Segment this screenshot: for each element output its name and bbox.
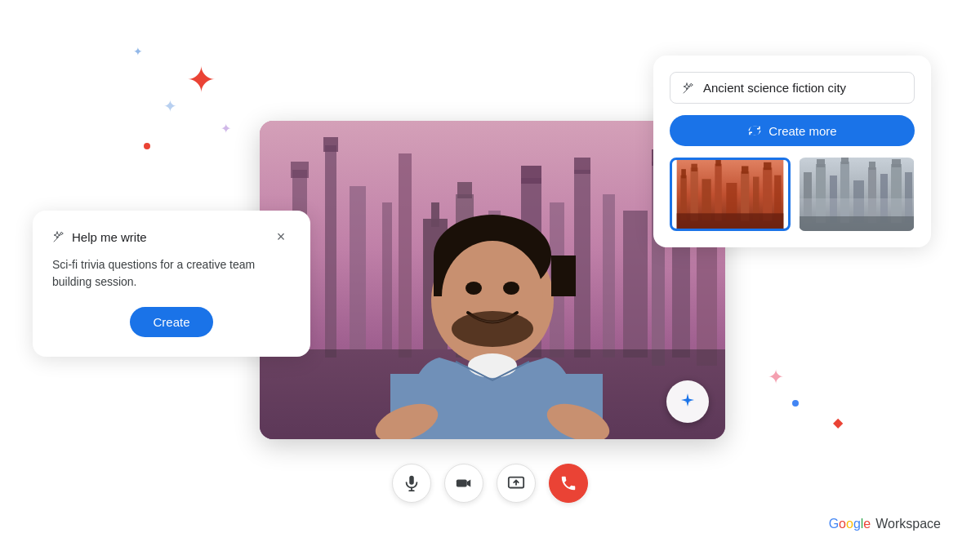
create-more-button[interactable]: Create more <box>670 115 915 146</box>
svg-rect-16 <box>574 170 590 358</box>
svg-rect-18 <box>603 194 615 358</box>
svg-rect-28 <box>551 256 576 296</box>
image-prompt-input[interactable] <box>703 81 902 95</box>
svg-rect-44 <box>681 169 686 178</box>
dot-blue-1 <box>792 400 799 407</box>
thumbnail-1[interactable] <box>670 158 791 231</box>
thumbnail-1-image <box>672 160 788 229</box>
sparkle-icon-purple: ✦ <box>220 121 231 136</box>
thumbnail-2-image <box>799 158 915 231</box>
camera-icon <box>455 474 473 492</box>
svg-rect-11 <box>457 182 472 198</box>
help-write-card: Help me write × Sci-fi trivia questions … <box>33 211 310 357</box>
dot-red-1 <box>144 143 150 149</box>
svg-rect-52 <box>742 166 748 173</box>
svg-rect-55 <box>764 162 771 170</box>
svg-rect-57 <box>677 213 784 229</box>
svg-rect-40 <box>457 479 467 487</box>
svg-rect-2 <box>291 162 309 178</box>
sparkle-icon <box>678 392 697 411</box>
wand-icon <box>52 230 65 243</box>
svg-rect-49 <box>715 160 721 166</box>
svg-rect-67 <box>869 162 875 170</box>
close-button[interactable]: × <box>271 227 291 247</box>
sparkle-icon-red-large: ✦ <box>186 59 216 100</box>
svg-point-34 <box>468 353 517 378</box>
help-write-title: Help me write <box>72 230 147 244</box>
refresh-icon <box>747 123 762 138</box>
image-gen-card: Create more <box>653 56 931 247</box>
google-text: Google <box>829 517 871 531</box>
svg-rect-17 <box>574 158 590 174</box>
svg-rect-3 <box>325 145 336 358</box>
create-button[interactable]: Create <box>130 307 212 337</box>
svg-rect-54 <box>763 167 772 220</box>
svg-rect-14 <box>521 166 541 184</box>
help-write-body: Sci-fi trivia questions for a creative t… <box>52 256 291 291</box>
svg-rect-64 <box>841 158 849 164</box>
sparkle-icon-sm-blue: ✦ <box>133 45 143 58</box>
svg-rect-7 <box>399 153 412 358</box>
magic-wand-icon <box>682 82 695 95</box>
sparkle-icon-blue-med: ✦ <box>163 96 177 116</box>
ai-sparkle-button[interactable] <box>666 380 709 423</box>
create-more-label: Create more <box>768 124 836 138</box>
svg-rect-4 <box>323 137 338 152</box>
svg-rect-37 <box>409 476 414 485</box>
svg-rect-48 <box>715 164 721 221</box>
svg-rect-73 <box>800 216 914 231</box>
camera-button[interactable] <box>444 464 483 503</box>
sparkle-red-sm: ◆ <box>833 415 843 430</box>
card-header: Help me write × <box>52 227 291 247</box>
sparkle-pink: ✦ <box>768 366 784 389</box>
video-controls-bar <box>392 464 588 503</box>
share-screen-button[interactable] <box>497 464 536 503</box>
end-call-icon <box>559 474 577 492</box>
svg-point-30 <box>466 282 482 295</box>
svg-rect-70 <box>892 159 901 167</box>
workspace-text: Workspace <box>875 517 941 531</box>
svg-rect-45 <box>690 167 697 220</box>
thumbnail-2[interactable] <box>799 158 915 231</box>
svg-rect-9 <box>431 202 439 227</box>
mic-icon <box>403 474 421 492</box>
end-call-button[interactable] <box>549 464 588 503</box>
svg-point-31 <box>503 282 519 295</box>
image-thumbnails <box>670 158 915 231</box>
svg-rect-19 <box>623 211 648 358</box>
share-screen-icon <box>507 474 525 492</box>
svg-rect-6 <box>382 202 392 349</box>
card-header-left: Help me write <box>52 230 147 244</box>
image-prompt-row <box>670 72 915 104</box>
svg-rect-46 <box>691 164 697 171</box>
svg-point-32 <box>452 311 533 347</box>
google-workspace-logo: Google Workspace <box>829 517 941 531</box>
mic-button[interactable] <box>392 464 431 503</box>
svg-rect-5 <box>350 186 366 349</box>
svg-rect-61 <box>817 159 825 167</box>
